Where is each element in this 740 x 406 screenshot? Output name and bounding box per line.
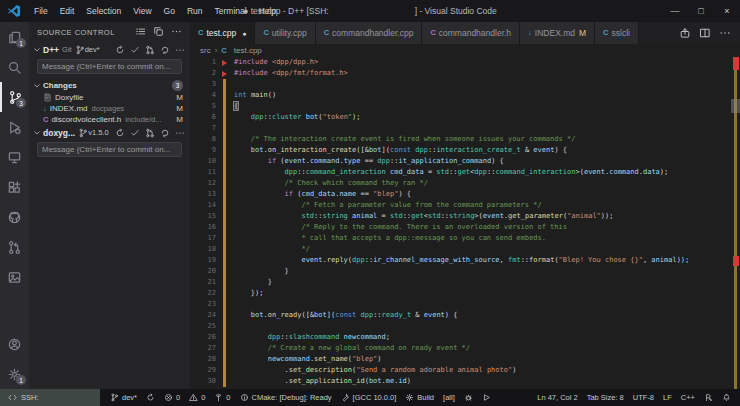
tab-commandhandler-h[interactable]: Ccommandhandler.h bbox=[422, 22, 520, 44]
activity-account[interactable] bbox=[0, 329, 29, 359]
line-number[interactable]: 8 bbox=[190, 134, 216, 145]
status-indentation[interactable]: Tab Size: 8 bbox=[587, 393, 624, 402]
tab-index-md[interactable]: ↓INDEX.mdM bbox=[520, 22, 595, 44]
status-cursor-position[interactable]: Ln 47, Col 2 bbox=[537, 393, 577, 402]
more-icon[interactable] bbox=[175, 128, 185, 138]
line-number[interactable]: 14 bbox=[190, 200, 216, 211]
repo-header-doxyg-[interactable]: doxyg...v1.5.0 bbox=[29, 125, 190, 140]
menu-edit[interactable]: Edit bbox=[54, 6, 81, 16]
more-icon[interactable] bbox=[171, 26, 182, 37]
refresh-icon[interactable] bbox=[160, 128, 170, 138]
line-number[interactable]: 28 bbox=[190, 354, 216, 365]
status-feedback[interactable] bbox=[704, 393, 713, 402]
activity-remote-explorer[interactable] bbox=[0, 142, 29, 172]
activity-run-debug[interactable] bbox=[0, 112, 29, 142]
line-number[interactable]: 3 bbox=[190, 79, 216, 90]
list-icon[interactable] bbox=[135, 26, 146, 37]
line-number[interactable]: 23 bbox=[190, 299, 216, 310]
line-number[interactable]: 22 bbox=[190, 288, 216, 299]
status-encoding[interactable]: UTF-8 bbox=[633, 393, 654, 402]
status-errors[interactable]: 0 bbox=[164, 393, 180, 402]
status-cmake-status[interactable]: CMake: [Debug]: Ready bbox=[240, 393, 332, 402]
commit-message-input-0[interactable] bbox=[37, 59, 182, 74]
status-cmake-build[interactable]: Build bbox=[405, 393, 434, 402]
scrollbar-thumb[interactable] bbox=[731, 99, 740, 113]
refresh-icon[interactable] bbox=[160, 45, 170, 55]
line-number[interactable]: 21 bbox=[190, 277, 216, 288]
tab-sslcli[interactable]: Csslcli bbox=[595, 22, 639, 44]
line-number[interactable]: 4 bbox=[190, 90, 216, 101]
line-number[interactable]: 20 bbox=[190, 266, 216, 277]
check-icon[interactable] bbox=[130, 128, 140, 138]
line-number[interactable]: 1 bbox=[190, 57, 216, 68]
commit-message-input-1[interactable] bbox=[37, 142, 182, 157]
sync-icon[interactable] bbox=[115, 128, 125, 138]
line-number[interactable]: 30 bbox=[190, 376, 216, 387]
status-eol[interactable]: LF bbox=[663, 393, 672, 402]
line-number[interactable]: 17 bbox=[190, 233, 216, 244]
line-number[interactable]: 27 bbox=[190, 343, 216, 354]
status-branch[interactable]: dev* bbox=[110, 393, 137, 402]
split-icon[interactable] bbox=[699, 27, 711, 39]
breadcrumb[interactable]: src › C test.cpp bbox=[190, 44, 740, 57]
activity-extensions[interactable] bbox=[0, 172, 29, 202]
line-number[interactable]: 25 bbox=[190, 321, 216, 332]
status-cmake-run[interactable] bbox=[482, 393, 491, 402]
status-cmake-debug[interactable] bbox=[464, 393, 473, 402]
overview-ruler[interactable] bbox=[731, 57, 740, 389]
status-sync[interactable] bbox=[146, 393, 155, 402]
line-number[interactable]: 9 bbox=[190, 145, 216, 156]
line-number[interactable]: 7 bbox=[190, 123, 216, 134]
menu-selection[interactable]: Selection bbox=[80, 6, 127, 16]
tab-test-cpp[interactable]: Ctest.cpp● bbox=[190, 22, 255, 44]
tab-utility-cpp[interactable]: Cutility.cpp bbox=[255, 22, 315, 44]
menu-view[interactable]: View bbox=[127, 6, 157, 16]
pr-icon[interactable] bbox=[145, 45, 155, 55]
line-number[interactable]: 11 bbox=[190, 167, 216, 178]
line-number[interactable]: 29 bbox=[190, 365, 216, 376]
tab-commandhandler-cpp[interactable]: Ccommandhandler.cpp bbox=[316, 22, 423, 44]
repo-header-d-[interactable]: D++Gitdev* bbox=[29, 42, 190, 57]
remote-indicator[interactable]: SSH: bbox=[0, 389, 100, 406]
changes-section-header[interactable]: Changes3 bbox=[29, 79, 190, 92]
pr-icon[interactable] bbox=[145, 128, 155, 138]
repos-icon[interactable] bbox=[153, 26, 164, 37]
line-number[interactable]: 19 bbox=[190, 255, 216, 266]
line-number[interactable]: 15 bbox=[190, 211, 216, 222]
status-warnings[interactable]: 0 bbox=[189, 393, 205, 402]
line-number[interactable]: 16 bbox=[190, 222, 216, 233]
breadcrumb-folder[interactable]: src bbox=[200, 46, 211, 55]
more-icon[interactable] bbox=[175, 45, 185, 55]
activity-search[interactable] bbox=[0, 52, 29, 82]
line-number[interactable]: 2 bbox=[190, 68, 216, 79]
status-language-mode[interactable]: C++ bbox=[681, 393, 695, 402]
activity-media-preview[interactable] bbox=[0, 262, 29, 292]
check-icon[interactable] bbox=[130, 45, 140, 55]
change-item[interactable]: DoxyfileM bbox=[29, 92, 190, 103]
status-cmake-kit[interactable]: [GCC 10.0.0] bbox=[341, 393, 397, 402]
activity-pull-requests[interactable] bbox=[0, 232, 29, 262]
code-editor[interactable]: 1#include <dpp/dpp.h>2#include <dpp/fmt/… bbox=[190, 57, 740, 389]
minimize-button[interactable]: — bbox=[662, 0, 688, 22]
menu-terminal[interactable]: Terminal bbox=[209, 6, 253, 16]
close-button[interactable]: × bbox=[714, 0, 740, 22]
status-cmake-target[interactable]: [all] bbox=[443, 393, 455, 402]
status-ports[interactable]: 0 bbox=[214, 393, 230, 402]
change-item[interactable]: Cdiscordvoiceclient.hinclude/d...M bbox=[29, 114, 190, 125]
status-notifications[interactable] bbox=[722, 393, 731, 402]
menu-go[interactable]: Go bbox=[158, 6, 181, 16]
line-number[interactable]: 26 bbox=[190, 332, 216, 343]
maximize-button[interactable]: □ bbox=[688, 0, 714, 22]
menu-file[interactable]: File bbox=[28, 6, 54, 16]
change-item[interactable]: ↓INDEX.mddocpagesM bbox=[29, 103, 190, 114]
more-icon[interactable] bbox=[719, 27, 731, 39]
boxup-icon[interactable] bbox=[679, 27, 691, 39]
line-number[interactable]: 6 bbox=[190, 112, 216, 123]
repo-branch[interactable]: dev* bbox=[75, 45, 100, 55]
line-number[interactable]: 24 bbox=[190, 310, 216, 321]
line-number[interactable]: 12 bbox=[190, 178, 216, 189]
menu-help[interactable]: Help bbox=[253, 6, 282, 16]
activity-source-control[interactable]: 3 bbox=[0, 82, 29, 112]
line-number[interactable]: 13 bbox=[190, 189, 216, 200]
repo-branch[interactable]: v1.5.0 bbox=[78, 128, 108, 138]
